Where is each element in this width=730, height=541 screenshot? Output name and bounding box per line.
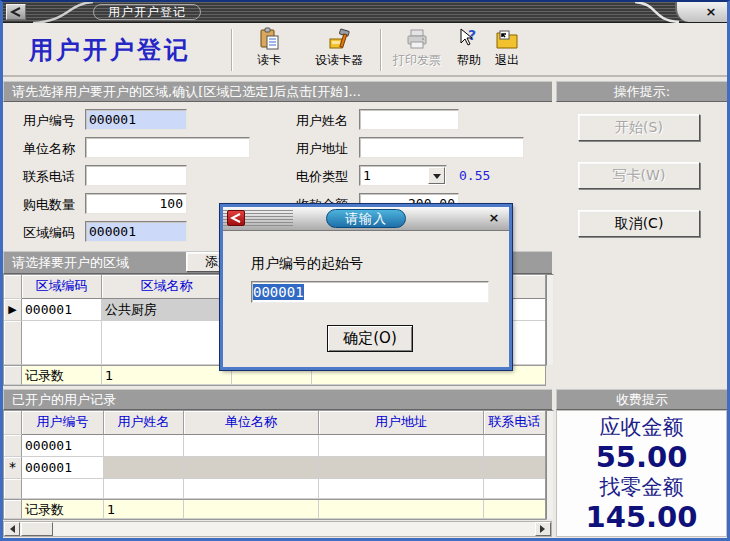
area-cell-name[interactable]: 公共厨房 bbox=[102, 299, 232, 321]
unit-name-field[interactable] bbox=[85, 137, 250, 158]
setup-reader-label: 设读卡器 bbox=[302, 52, 376, 69]
fee-panel: 应收金额 55.00 找零金额 145.00 bbox=[556, 410, 727, 537]
cancel-button[interactable]: 取消(C) bbox=[578, 210, 700, 237]
scroll-thumb[interactable] bbox=[21, 522, 53, 536]
user-name-label: 用户姓名 bbox=[296, 112, 348, 130]
purchase-qty-field[interactable]: 100 bbox=[85, 193, 187, 214]
user-cell-id[interactable]: 000001 bbox=[22, 435, 104, 457]
read-card-label: 读卡 bbox=[246, 52, 292, 69]
exit-icon bbox=[495, 27, 519, 51]
exit-button[interactable]: 退出 bbox=[489, 27, 525, 74]
area-cell-code[interactable]: 000001 bbox=[22, 299, 102, 321]
print-invoice-icon bbox=[405, 27, 429, 51]
dialog-logo-icon bbox=[227, 210, 245, 226]
start-button: 开始(S) bbox=[578, 114, 700, 141]
user-col-addr[interactable]: 用户地址 bbox=[319, 411, 484, 435]
app-window: 用户开户登记 × 用户开户登记 读卡 bbox=[0, 0, 730, 541]
user-table-row[interactable]: 000001 bbox=[4, 435, 545, 457]
user-footer-label: 记录数 bbox=[22, 500, 104, 519]
select-area-banner: 请先选择用户要开户的区域,确认[区域已选定]后点击[开始]... bbox=[3, 81, 552, 102]
svg-text:?: ? bbox=[468, 27, 476, 43]
user-table-footer: 记录数 1 bbox=[3, 499, 546, 520]
change-label: 找零金额 bbox=[557, 473, 726, 501]
phone-label: 联系电话 bbox=[23, 168, 75, 186]
purchase-qty-label: 购电数量 bbox=[23, 196, 75, 214]
toolbar: 用户开户登记 读卡 设读卡器 bbox=[3, 23, 727, 77]
user-table: 用户编号 用户姓名 单位名称 用户地址 联系电话 000001 * 000001 bbox=[3, 410, 546, 500]
help-button[interactable]: ? 帮助 bbox=[451, 27, 487, 74]
user-table-hscrollbar[interactable] bbox=[3, 521, 552, 537]
new-row-marker: * bbox=[4, 457, 22, 479]
user-id-label: 用户编号 bbox=[23, 112, 75, 130]
user-id-field[interactable]: 000001 bbox=[85, 109, 187, 130]
user-footer-value: 1 bbox=[104, 500, 184, 519]
price-rate-text: 0.55 bbox=[459, 168, 490, 183]
area-col-code[interactable]: 区域编码 bbox=[22, 275, 102, 299]
help-label: 帮助 bbox=[451, 52, 487, 69]
user-addr-label: 用户地址 bbox=[296, 140, 348, 158]
user-col-name[interactable]: 用户姓名 bbox=[104, 411, 184, 435]
read-card-button[interactable]: 读卡 bbox=[246, 27, 292, 74]
receivable-label: 应收金额 bbox=[557, 413, 726, 441]
row-marker bbox=[4, 435, 22, 457]
titlebar-swoosh-left bbox=[27, 2, 97, 23]
price-type-value: 1 bbox=[363, 168, 371, 183]
dialog-titlebar: 请输入 × bbox=[223, 207, 509, 231]
combo-dropdown-icon[interactable] bbox=[428, 167, 445, 184]
user-col-unit[interactable]: 单位名称 bbox=[184, 411, 319, 435]
area-footer-label: 记录数 bbox=[22, 366, 102, 385]
phone-field[interactable] bbox=[85, 165, 187, 186]
ops-panel-header: 操作提示: bbox=[556, 81, 727, 102]
setup-reader-button[interactable]: 设读卡器 bbox=[302, 27, 376, 74]
user-col-phone[interactable]: 联系电话 bbox=[484, 411, 545, 435]
dialog-input-selected-text: 000001 bbox=[253, 284, 304, 300]
print-invoice-button: 打印发票 bbox=[385, 27, 449, 74]
titlebar-swoosh-right bbox=[631, 2, 681, 23]
dialog-prompt: 用户编号的起始号 bbox=[251, 255, 363, 273]
area-col-name[interactable]: 区域名称 bbox=[102, 275, 232, 299]
print-invoice-label: 打印发票 bbox=[385, 52, 449, 69]
exit-label: 退出 bbox=[489, 52, 525, 69]
toolbar-separator bbox=[380, 29, 381, 71]
area-code-field[interactable]: 000001 bbox=[85, 221, 187, 242]
close-button[interactable]: × bbox=[703, 4, 719, 20]
user-table-vscrollbar[interactable] bbox=[546, 410, 554, 520]
receivable-value: 55.00 bbox=[557, 441, 726, 473]
unit-name-label: 单位名称 bbox=[23, 140, 75, 158]
dialog-close-button[interactable]: × bbox=[486, 210, 502, 226]
app-logo-icon[interactable] bbox=[6, 4, 26, 20]
area-code-label: 区域编码 bbox=[23, 224, 75, 242]
dialog-title: 请输入 bbox=[326, 209, 406, 228]
help-icon: ? bbox=[457, 27, 481, 51]
scroll-left-icon[interactable] bbox=[4, 522, 20, 536]
user-col-id[interactable]: 用户编号 bbox=[22, 411, 104, 435]
dialog-input[interactable]: 000001 bbox=[251, 281, 489, 303]
input-dialog: 请输入 × 用户编号的起始号 000001 确定(O) bbox=[220, 204, 512, 370]
user-addr-field[interactable] bbox=[359, 137, 524, 158]
read-card-icon bbox=[257, 27, 281, 51]
user-table-header-row: 用户编号 用户姓名 单位名称 用户地址 联系电话 bbox=[4, 411, 545, 435]
area-table-vscrollbar[interactable] bbox=[546, 274, 554, 366]
window-title: 用户开户登记 bbox=[93, 4, 201, 20]
setup-reader-icon bbox=[327, 27, 351, 51]
price-type-label: 电价类型 bbox=[296, 168, 348, 186]
write-card-button: 写卡(W) bbox=[578, 162, 700, 189]
area-header-selector bbox=[4, 275, 22, 299]
user-cell-id[interactable]: 000001 bbox=[22, 457, 104, 479]
close-zone bbox=[675, 2, 727, 22]
user-table-row-new[interactable]: * 000001 bbox=[4, 457, 545, 479]
change-value: 145.00 bbox=[557, 501, 726, 533]
window-titlebar: 用户开户登记 × bbox=[3, 2, 727, 23]
row-marker: ▶ bbox=[4, 299, 22, 321]
page-title: 用户开户登记 bbox=[29, 34, 191, 66]
user-section-header: 已开户的用户记录 bbox=[3, 389, 552, 410]
fee-panel-header: 收费提示 bbox=[556, 389, 727, 410]
toolbar-separator bbox=[231, 29, 232, 71]
user-name-field[interactable] bbox=[359, 109, 459, 130]
scroll-right-icon[interactable] bbox=[535, 522, 551, 536]
dialog-ok-button[interactable]: 确定(O) bbox=[327, 325, 413, 352]
user-table-empty-row bbox=[4, 479, 545, 499]
price-type-combo[interactable]: 1 bbox=[359, 165, 447, 186]
area-footer-value: 1 bbox=[102, 366, 232, 385]
